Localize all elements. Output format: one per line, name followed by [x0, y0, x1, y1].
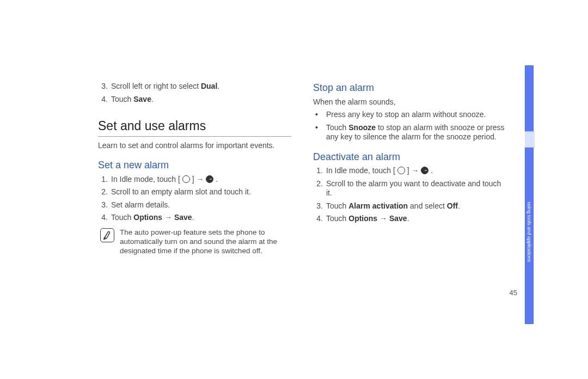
- step-text: Scroll left or right to select Dual.: [111, 82, 219, 90]
- numbered-step: 3.Touch Alarm activation and select Off.: [323, 201, 506, 211]
- subsection-heading-stop-alarm: Stop an alarm: [313, 82, 506, 94]
- step-text: Touch Save.: [111, 95, 154, 103]
- numbered-step: 1.In Idle mode, touch [ ] → .: [323, 166, 506, 176]
- set-new-alarm-steps: 1.In Idle mode, touch [ ] → .2.Scroll to…: [98, 175, 291, 223]
- note-icon: [100, 228, 114, 242]
- bullet-text: Press any key to stop an alarm without s…: [326, 110, 486, 119]
- subsection-heading-set-new-alarm: Set a new alarm: [98, 159, 291, 172]
- two-column-layout: 3.Scroll left or right to select Dual.4.…: [98, 82, 523, 255]
- page-number: 45: [510, 289, 517, 297]
- step-text: Touch Options → Save.: [111, 213, 194, 222]
- subsection-heading-deactivate-alarm: Deactivate an alarm: [313, 151, 506, 163]
- step-number: 2.: [313, 179, 323, 189]
- step-text: Scroll to the alarm you want to deactiva…: [326, 179, 501, 198]
- menu-icon: [182, 175, 190, 183]
- step-text: Touch Alarm activation and select Off.: [326, 201, 460, 210]
- section-heading: Set and use alarms: [98, 118, 291, 137]
- bullet-text: Touch Snooze to stop an alarm with snooz…: [326, 123, 505, 142]
- step-number: 2.: [98, 187, 108, 197]
- alarm-clock-icon: [206, 175, 213, 183]
- numbered-step: 2.Scroll to an empty alarm slot and touc…: [108, 187, 291, 197]
- step-text: In Idle mode, touch [ ] → .: [111, 175, 218, 184]
- note-block: The auto power-up feature sets the phone…: [100, 228, 291, 256]
- right-column: Stop an alarm When the alarm sounds, Pre…: [313, 82, 506, 255]
- step-text: Scroll to an empty alarm slot and touch …: [111, 187, 251, 196]
- step-number: 1.: [98, 175, 108, 185]
- step-text: Touch Options → Save.: [326, 214, 409, 223]
- deactivate-alarm-steps: 1.In Idle mode, touch [ ] → .2.Scroll to…: [313, 166, 506, 224]
- note-text: The auto power-up feature sets the phone…: [120, 228, 291, 256]
- numbered-step: 4.Touch Options → Save.: [323, 214, 506, 224]
- manual-page: 3.Scroll left or right to select Dual.4.…: [0, 0, 588, 379]
- pre-steps-list: 3.Scroll left or right to select Dual.4.…: [98, 82, 291, 104]
- chapter-tab-label: using tools and applications: [526, 202, 532, 262]
- section-intro: Learn to set and control alarms for impo…: [98, 141, 291, 151]
- numbered-step: 4.Touch Options → Save.: [108, 213, 291, 223]
- numbered-step: 3.Set alarm details.: [108, 200, 291, 210]
- chapter-tab: using tools and applications: [525, 65, 534, 324]
- numbered-step: 3.Scroll left or right to select Dual.: [108, 82, 291, 91]
- numbered-step: 1.In Idle mode, touch [ ] → .: [108, 175, 291, 185]
- step-number: 4.: [313, 214, 323, 224]
- bullet-item: Press any key to stop an alarm without s…: [323, 110, 506, 120]
- step-number: 3.: [98, 82, 108, 91]
- step-text: In Idle mode, touch [ ] → .: [326, 166, 433, 175]
- left-column: 3.Scroll left or right to select Dual.4.…: [98, 82, 291, 255]
- chapter-tab-notch: [525, 131, 535, 148]
- menu-icon: [397, 167, 405, 174]
- alarm-clock-icon: [421, 167, 428, 174]
- step-number: 4.: [98, 95, 108, 105]
- step-number: 3.: [98, 200, 108, 210]
- step-number: 3.: [313, 201, 323, 211]
- numbered-step: 2.Scroll to the alarm you want to deacti…: [323, 179, 506, 198]
- stop-alarm-intro: When the alarm sounds,: [313, 97, 506, 107]
- numbered-step: 4.Touch Save.: [108, 95, 291, 105]
- stop-alarm-bullets: Press any key to stop an alarm without s…: [313, 110, 506, 142]
- step-number: 4.: [98, 213, 108, 223]
- step-text: Set alarm details.: [111, 200, 170, 209]
- step-number: 1.: [313, 166, 323, 176]
- bullet-item: Touch Snooze to stop an alarm with snooz…: [323, 123, 506, 142]
